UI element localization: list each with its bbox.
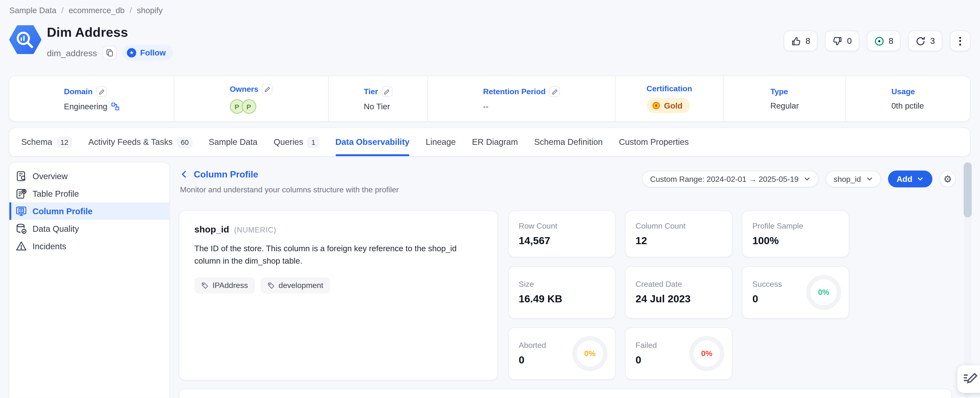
sidebar-item-label: Data Quality xyxy=(32,224,79,233)
sidebar-item-incidents[interactable]: Incidents xyxy=(9,237,169,255)
sidebar-item-overview[interactable]: Overview xyxy=(9,168,169,185)
retention-label: Retention Period xyxy=(483,87,546,96)
retention-value: -- xyxy=(483,102,488,111)
tab-data-observability[interactable]: Data Observability xyxy=(335,128,409,156)
tab-lineage[interactable]: Lineage xyxy=(426,128,456,156)
followers-button[interactable]: 8 xyxy=(867,31,901,51)
meta-domain: Domain Engineering xyxy=(9,76,173,121)
tab-schema[interactable]: Schema12 xyxy=(21,128,72,156)
medal-icon xyxy=(651,101,660,110)
add-button[interactable]: Add xyxy=(888,171,932,187)
column-profile-back-link[interactable]: Column Profile xyxy=(180,169,399,179)
scrollbar-thumb[interactable] xyxy=(964,162,972,217)
edit-tier-button[interactable] xyxy=(382,86,392,97)
stat-card-aborted: Aborted 0 0% xyxy=(508,327,616,380)
domain-label: Domain xyxy=(64,87,92,96)
settings-button[interactable]: ⚙ xyxy=(939,171,956,187)
page-title: Dim Address xyxy=(47,25,128,40)
breadcrumb-item-database[interactable]: ecommerce_db xyxy=(69,6,125,15)
tag-chip[interactable]: IPAddress xyxy=(194,277,255,293)
floating-tool-button[interactable] xyxy=(957,365,980,393)
breadcrumb-item-schema[interactable]: shopify xyxy=(137,6,163,15)
column-detail-card: shop_id (NUMERIC) The ID of the store. T… xyxy=(179,211,498,381)
type-label: Type xyxy=(770,87,788,96)
overview-icon xyxy=(16,171,27,182)
follow-button[interactable]: ★ Follow xyxy=(123,45,173,60)
edit-owners-button[interactable] xyxy=(262,84,273,94)
table-profile-icon xyxy=(16,188,27,199)
stat-card-created-date: Created Date 24 Jul 2023 xyxy=(625,266,732,319)
tag-icon xyxy=(267,282,275,289)
meta-tier: Tier No Tier xyxy=(328,76,427,121)
copy-button[interactable] xyxy=(103,46,117,60)
certification-badge: Gold xyxy=(647,98,690,113)
meta-retention: Retention Period -- xyxy=(427,76,615,121)
version-button[interactable]: 3 xyxy=(908,31,942,51)
next-section-card xyxy=(179,388,952,398)
downvote-count: 0 xyxy=(847,36,852,46)
downvote-button[interactable]: 0 xyxy=(825,31,859,51)
tab-count-badge: 12 xyxy=(57,136,72,148)
sidebar-item-data-quality[interactable]: Data Quality xyxy=(9,220,169,237)
stat-card-column-count: Column Count 12 xyxy=(625,211,732,257)
tab-sample-data[interactable]: Sample Data xyxy=(209,128,258,156)
thumbs-down-icon xyxy=(833,36,843,46)
star-icon: ★ xyxy=(127,48,136,57)
success-percent-donut: 0% xyxy=(806,275,841,310)
column-data-type: (NUMERIC) xyxy=(234,225,276,234)
date-range-dropdown[interactable]: Custom Range: 2024-02-01 → 2025-05-19 xyxy=(642,171,819,187)
app-screen: Sample Data / ecommerce_db / shopify Dim… xyxy=(0,0,980,398)
sidebar-item-column-profile[interactable]: Column Profile xyxy=(9,202,169,220)
chevron-down-icon xyxy=(866,176,873,182)
column-name: shop_id xyxy=(194,224,229,234)
pencil-icon xyxy=(384,88,390,95)
tab-count-badge: 1 xyxy=(308,136,319,148)
gear-icon: ⚙ xyxy=(943,173,952,184)
upvote-count: 8 xyxy=(805,36,810,46)
profile-stats-grid: Row Count 14,567 Column Count 12 Profile… xyxy=(508,211,849,380)
observability-sidebar: Overview Table Profile Column Profile Da… xyxy=(9,162,170,398)
chevron-down-icon xyxy=(917,176,923,182)
edit-domain-button[interactable] xyxy=(97,86,107,97)
meta-certification: Certification Gold xyxy=(615,76,723,121)
domain-link-icon xyxy=(111,103,119,111)
section-title: Column Profile xyxy=(194,169,258,179)
back-chevron-icon xyxy=(180,170,189,179)
tag-chip[interactable]: development xyxy=(260,277,330,293)
tab-er-diagram[interactable]: ER Diagram xyxy=(472,128,518,156)
tag-icon xyxy=(201,282,209,289)
edit-retention-button[interactable] xyxy=(549,86,560,97)
copy-icon xyxy=(106,49,114,57)
tab-activity-feeds[interactable]: Activity Feeds & Tasks60 xyxy=(88,128,192,156)
sidebar-item-label: Overview xyxy=(32,171,67,181)
version-icon xyxy=(916,36,926,46)
followers-count: 8 xyxy=(889,36,893,46)
more-options-button[interactable] xyxy=(950,31,970,51)
domain-value[interactable]: Engineering xyxy=(64,102,119,111)
column-profile-icon xyxy=(16,205,27,217)
stat-card-row-count: Row Count 14,567 xyxy=(508,211,616,257)
sidebar-item-label: Column Profile xyxy=(32,206,92,216)
thumbs-up-icon xyxy=(791,36,801,46)
stat-card-success: Success 0 0% xyxy=(742,266,849,319)
incidents-icon xyxy=(16,241,27,252)
tab-queries[interactable]: Queries1 xyxy=(274,128,319,156)
owner-avatar[interactable]: P xyxy=(242,99,256,114)
column-select-dropdown[interactable]: shop_id xyxy=(825,171,881,187)
pencil-icon xyxy=(551,88,558,95)
meta-usage: Usage 0th pctile xyxy=(846,76,969,121)
meta-owners: Owners P P xyxy=(173,76,328,121)
failed-percent-donut: 0% xyxy=(689,336,724,371)
stat-card-failed: Failed 0 0% xyxy=(625,327,732,380)
stat-card-profile-sample: Profile Sample 100% xyxy=(742,211,849,257)
breadcrumb-separator: / xyxy=(61,6,64,15)
breadcrumb-separator: / xyxy=(130,6,132,15)
pencil-icon xyxy=(264,86,270,92)
breadcrumb-item-service[interactable]: Sample Data xyxy=(9,6,56,15)
version-count: 3 xyxy=(930,36,935,46)
type-value: Regular xyxy=(770,101,799,110)
sidebar-item-table-profile[interactable]: Table Profile xyxy=(9,185,169,203)
upvote-button[interactable]: 8 xyxy=(784,31,818,51)
tab-schema-definition[interactable]: Schema Definition xyxy=(534,128,603,156)
tab-custom-properties[interactable]: Custom Properties xyxy=(619,128,689,156)
